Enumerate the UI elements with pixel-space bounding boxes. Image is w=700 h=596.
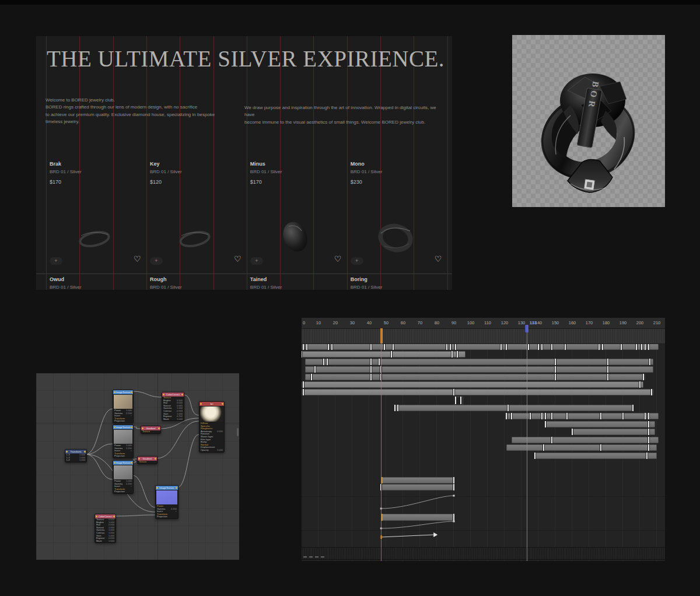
param-value[interactable]: ○ <box>131 415 132 418</box>
param-value[interactable]: ○ <box>131 485 132 488</box>
node-gradient-1[interactable]: GradientTexture <box>141 426 161 434</box>
product-variant: BRD 01 / Silver <box>46 169 146 174</box>
wishlist-heart-icon[interactable]: ♡ <box>334 254 342 264</box>
param-value[interactable]: ○ <box>176 510 177 513</box>
product-price: $120 <box>146 179 246 185</box>
output-socket[interactable] <box>131 426 132 428</box>
product-variant: BRD 01 / Silver <box>347 169 447 174</box>
node-image-texture-1[interactable]: ImageTexturePower1.000Gamma2.200Invert○T… <box>113 390 134 423</box>
product-card[interactable]: BrakBRD 01 / Silver$170+♡ <box>46 161 146 272</box>
product-name: Tained <box>247 276 346 282</box>
node-param: Projection <box>113 490 133 493</box>
wishlist-heart-icon[interactable]: ♡ <box>435 254 442 264</box>
input-socket[interactable] <box>142 427 144 429</box>
marker-line <box>381 328 382 561</box>
input-socket[interactable] <box>156 487 158 489</box>
product-card[interactable]: MinusBRD 01 / Silver$170+♡ <box>247 161 346 272</box>
node-header: ColorCorrect <box>162 392 184 397</box>
node-title: ImageTexture <box>116 390 130 394</box>
param-value[interactable]: 1.000 <box>177 418 183 421</box>
input-socket[interactable] <box>163 394 164 395</box>
node-title: ImageTexture <box>116 425 130 429</box>
node-param: Mask1.000 <box>95 540 116 543</box>
param-value[interactable]: ○ <box>131 450 132 453</box>
node-header: ColorCorrect <box>95 514 116 518</box>
node-header: Gradient <box>141 426 160 430</box>
scrollbar-nub[interactable] <box>237 428 239 436</box>
product-ring-image <box>163 213 227 259</box>
node-title: Transform <box>71 450 82 454</box>
param-value[interactable]: 1.000 <box>79 459 85 462</box>
output-socket[interactable] <box>176 487 177 489</box>
param-label: L.Z <box>66 459 70 462</box>
param-label: Mask <box>96 540 102 543</box>
input-socket[interactable] <box>96 516 97 517</box>
output-socket[interactable] <box>222 403 223 405</box>
input-socket[interactable] <box>114 462 116 464</box>
node-texture-preview <box>114 395 132 409</box>
add-to-cart-button[interactable]: + <box>351 257 363 265</box>
output-socket[interactable] <box>131 391 132 393</box>
input-socket[interactable] <box>66 451 68 453</box>
param-label: Projection <box>114 490 125 493</box>
top-strip <box>0 0 700 5</box>
node-param: L.Z1.000 <box>65 459 86 462</box>
timeline-panel: 0102030405060708090100110120130150160170… <box>302 318 665 561</box>
node-header: ImageTexture <box>113 425 133 429</box>
output-socket[interactable] <box>181 394 183 395</box>
node-title: Gradient <box>146 426 155 430</box>
product-variant: BRD 01 / Silver <box>146 169 246 174</box>
node-header: Gradient <box>138 457 157 461</box>
node-image-texture-3[interactable]: ImageTexturePower1.000Gamma2.200Invert○T… <box>113 460 134 494</box>
node-title: ImageTexture <box>159 486 174 490</box>
product-ring-image <box>363 213 428 259</box>
input-socket[interactable] <box>200 403 202 405</box>
node-header: Transform <box>65 450 86 454</box>
output-socket[interactable] <box>155 458 156 460</box>
product-card[interactable]: KeyBRD 01 / Silver$120+♡ <box>146 161 246 272</box>
add-to-cart-button[interactable]: + <box>50 257 62 265</box>
node-image-texture-4[interactable]: ImageTexturePowerGamma2.200Invert○Transf… <box>155 485 178 519</box>
node-image-texture-2[interactable]: ImageTexturePower1.000Gamma2.200Invert○T… <box>113 425 134 458</box>
current-frame-label: 133 <box>530 320 537 325</box>
product-card[interactable]: MonoBRD 01 / Silver$230+♡ <box>347 161 447 272</box>
wishlist-heart-icon[interactable]: ♡ <box>134 254 141 264</box>
product-card[interactable]: RoughBRD 01 / Silver <box>146 276 246 290</box>
input-socket[interactable] <box>114 426 116 428</box>
node-gradient-2[interactable]: GradientTexture <box>137 456 158 464</box>
node-param: Mask1.000 <box>162 418 184 421</box>
output-socket[interactable] <box>131 462 132 464</box>
output-socket[interactable] <box>158 427 160 429</box>
param-value[interactable]: 1.000 <box>217 449 223 452</box>
product-card[interactable]: BoringBRD 01 / Silver <box>347 276 447 290</box>
intro-paragraph-right: We draw purpose and inspiration through … <box>244 104 446 126</box>
node-color-correct-2[interactable]: ColorCorrectTexture0.510Brightn1.000Hue0… <box>94 514 116 543</box>
product-card[interactable]: OwudBRD 01 / Silver <box>46 276 146 290</box>
node-material-bri[interactable]: briDiffuseSpecularRoughnessAnisotropy0.0… <box>199 401 225 453</box>
node-color-correct-1[interactable]: ColorCorrectTextureBrightn0.500Hue0.000S… <box>162 392 184 421</box>
node-texture-preview <box>200 406 223 422</box>
output-socket[interactable] <box>113 516 115 517</box>
wishlist-heart-icon[interactable]: ♡ <box>234 254 242 264</box>
product-name: Owud <box>46 276 146 282</box>
product-variant: BRD 01 / Silver <box>247 285 346 290</box>
param-label: Projection <box>114 455 125 458</box>
param-value[interactable]: 1.000 <box>108 540 114 543</box>
layout-grid-line <box>447 36 448 290</box>
add-to-cart-button[interactable]: + <box>150 257 163 265</box>
divider <box>36 274 452 274</box>
fcurve-overlay <box>302 318 665 561</box>
product-card[interactable]: TainedBRD 01 / Silver <box>247 276 346 290</box>
node-texture-preview <box>114 465 132 479</box>
node-transform[interactable]: TransformL.X1.000L.Y1.000L.Z1.000 <box>65 449 87 462</box>
product-name: Brak <box>46 161 146 167</box>
add-to-cart-button[interactable]: + <box>250 257 263 265</box>
input-socket[interactable] <box>114 391 116 393</box>
ring-artwork: BOR <box>530 73 646 192</box>
input-socket[interactable] <box>138 458 140 460</box>
node-texture-preview <box>156 490 177 504</box>
output-socket[interactable] <box>84 451 86 453</box>
node-param: Projection <box>113 455 133 458</box>
param-value[interactable]: 0.000 <box>217 430 223 433</box>
product-variant: BRD 01 / Silver <box>247 169 346 174</box>
